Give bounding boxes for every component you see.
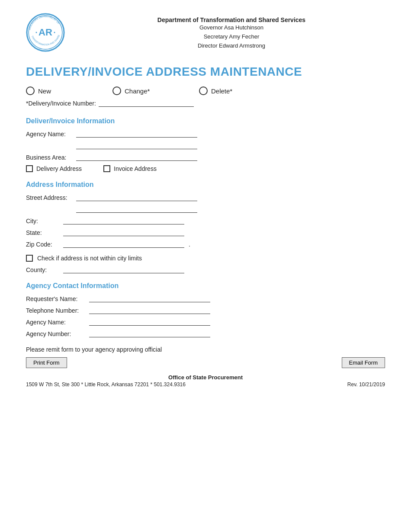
option-delete-label: Delete* — [211, 87, 232, 95]
city-limits-checkbox[interactable] — [26, 255, 33, 262]
agency-number-row: Agency Number: — [26, 330, 385, 337]
radio-change-circle[interactable] — [112, 87, 121, 95]
city-input[interactable] — [63, 217, 184, 224]
agency-name-input2[interactable] — [76, 142, 197, 149]
section1-heading: Deliver/Invoice Information — [26, 117, 385, 125]
county-label: County: — [26, 266, 61, 273]
requester-name-label: Requester's Name: — [26, 295, 87, 302]
requester-name-input[interactable] — [89, 295, 210, 302]
invoice-number-input[interactable] — [99, 99, 194, 107]
footer-rev: Rev. 10/21/2019 — [347, 381, 385, 388]
header-text: Department of Transformation and Shared … — [78, 13, 385, 50]
option-new-label: New — [38, 87, 51, 95]
option-new[interactable]: New — [26, 87, 112, 95]
delivery-address-item[interactable]: Delivery Address — [26, 165, 82, 172]
contact-agency-name-row: Agency Name: — [26, 318, 385, 326]
county-row: County: — [26, 266, 385, 273]
business-area-row: Business Area: — [26, 154, 385, 161]
business-area-input[interactable] — [76, 154, 197, 161]
zip-input[interactable] — [63, 240, 184, 248]
city-limits-row: Check if address is not within city limi… — [26, 255, 385, 262]
button-row: Print Form Email Form — [26, 357, 385, 368]
requester-name-row: Requester's Name: — [26, 295, 385, 302]
section-address-info: Address Information Street Address: City… — [26, 181, 385, 273]
city-label: City: — [26, 218, 61, 224]
zip-label: Zip Code: — [26, 241, 61, 248]
agency-name-row: Agency Name: — [26, 130, 385, 138]
page-title: DELIVERY/INVOICE ADDRESS MAINTENANCE — [26, 65, 385, 79]
agency-name-row2 — [26, 142, 385, 149]
telephone-row: Telephone Number: — [26, 307, 385, 314]
state-row: State: — [26, 229, 385, 236]
director-line: Director Edward Armstrong — [78, 42, 385, 51]
county-input[interactable] — [63, 266, 184, 273]
svg-point-6 — [54, 32, 55, 33]
street-address-input2[interactable] — [76, 205, 197, 213]
invoice-address-item[interactable]: Invoice Address — [103, 165, 157, 172]
section3-heading: Agency Contact Information — [26, 282, 385, 290]
footer-note: Please remit form to your agency approvi… — [26, 346, 385, 353]
agency-name-input[interactable] — [76, 130, 197, 138]
contact-agency-name-input[interactable] — [89, 318, 210, 326]
print-form-button[interactable]: Print Form — [26, 357, 67, 368]
street-address-label: Street Address: — [26, 194, 74, 201]
invoice-address-label: Invoice Address — [114, 165, 157, 172]
city-row: City: — [26, 217, 385, 224]
telephone-label: Telephone Number: — [26, 307, 87, 314]
ar-logo: ARKANSAS DEPARTMENT OF AR TRANSFORMATION… — [26, 13, 65, 52]
street-address-row2 — [26, 205, 385, 213]
address-type-row: Delivery Address Invoice Address — [26, 165, 385, 172]
option-change[interactable]: Change* — [112, 87, 199, 95]
invoice-number-row: *Delivery/Invoice Number: — [26, 99, 385, 107]
svg-point-5 — [36, 32, 37, 33]
dept-name: Department of Transformation and Shared … — [78, 16, 385, 23]
business-area-label: Business Area: — [26, 154, 74, 161]
agency-name-label: Agency Name: — [26, 131, 74, 138]
city-limits-label: Check if address is not within city limi… — [37, 255, 142, 262]
zip-row: Zip Code: . — [26, 240, 385, 248]
telephone-input[interactable] — [89, 307, 210, 314]
invoice-address-checkbox[interactable] — [103, 165, 110, 172]
delivery-address-label: Delivery Address — [36, 165, 82, 172]
street-address-input[interactable] — [76, 194, 197, 201]
radio-delete-circle[interactable] — [199, 87, 208, 95]
footer-center: Office of State Procurement 1509 W 7th S… — [26, 374, 385, 388]
invoice-number-label: *Delivery/Invoice Number: — [26, 100, 96, 107]
option-row: New Change* Delete* — [26, 87, 385, 95]
agency-number-input[interactable] — [89, 330, 210, 337]
section2-heading: Address Information — [26, 181, 385, 189]
contact-agency-name-label: Agency Name: — [26, 319, 87, 326]
section-agency-contact: Agency Contact Information Requester's N… — [26, 282, 385, 337]
radio-new-circle[interactable] — [26, 87, 35, 95]
governor-line: Governor Asa Hutchinson — [78, 23, 385, 32]
email-form-button[interactable]: Email Form — [342, 357, 385, 368]
footer-address: 1509 W 7th St, Ste 300 * Little Rock, Ar… — [26, 381, 186, 388]
svg-text:AR: AR — [39, 27, 52, 38]
page-header: ARKANSAS DEPARTMENT OF AR TRANSFORMATION… — [26, 13, 385, 52]
section-deliver-invoice: Deliver/Invoice Information Agency Name:… — [26, 117, 385, 172]
footer-bottom-row: 1509 W 7th St, Ste 300 * Little Rock, Ar… — [26, 381, 385, 388]
state-label: State: — [26, 229, 61, 236]
option-change-label: Change* — [125, 87, 150, 95]
office-name: Office of State Procurement — [26, 374, 385, 381]
secretary-line: Secretary Amy Fecher — [78, 32, 385, 42]
zip-dot: . — [189, 241, 190, 248]
agency-number-label: Agency Number: — [26, 330, 87, 337]
street-address-row: Street Address: — [26, 194, 385, 201]
state-input[interactable] — [63, 229, 184, 236]
delivery-address-checkbox[interactable] — [26, 165, 33, 172]
option-delete[interactable]: Delete* — [199, 87, 268, 95]
